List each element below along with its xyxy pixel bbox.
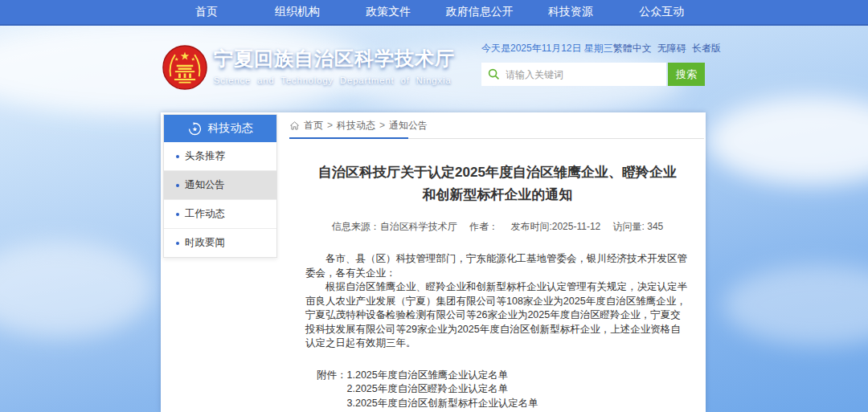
link-elder-version[interactable]: 长者版 [692, 42, 721, 55]
nav-item-organization[interactable]: 组织机构 [252, 0, 342, 24]
article-meta: 信息来源：自治区科学技术厅 作者： 发布时间:2025-11-12 访问量: 3… [305, 220, 690, 234]
breadcrumb-separator: > [327, 120, 333, 131]
search-input[interactable] [481, 63, 666, 86]
site-subtitle: Science and Technology Department of Nin… [214, 75, 455, 85]
bullet-dot-icon [176, 184, 179, 187]
quick-links: 繁體中文 无障碍 长者版 [613, 42, 721, 55]
paragraph: 各市、县（区）科技管理部门，宁东能源化工基地管委会，银川经济技术开发区管委会，各… [305, 252, 690, 280]
article-body: 各市、县（区）科技管理部门，宁东能源化工基地管委会，银川经济技术开发区管委会，各… [305, 252, 690, 351]
sidebar-item-headlines[interactable]: 头条推荐 [164, 142, 276, 171]
site-header: 宁夏回族自治区科学技术厅 Science and Technology Depa… [161, 26, 707, 112]
attachments-label: 附件： [317, 369, 347, 411]
article-title-line2: 和创新型标杆企业的通知 [305, 184, 690, 206]
nav-item-gov-info[interactable]: 政府信息公开 [434, 0, 525, 24]
bullet-dot-icon [176, 155, 179, 158]
meta-author: 作者： [469, 221, 498, 232]
breadcrumb-home[interactable]: 首页 [304, 119, 323, 133]
article-title-line1: 自治区科技厅关于认定2025年度自治区雏鹰企业、瞪羚企业 [305, 161, 690, 184]
link-traditional-chinese[interactable]: 繁體中文 [613, 42, 652, 55]
national-emblem-icon[interactable] [162, 45, 207, 90]
sidebar-item-notices[interactable]: 通知公告 [164, 171, 276, 200]
breadcrumb-notices[interactable]: 通知公告 [389, 119, 428, 133]
breadcrumb-sci-updates[interactable]: 科技动态 [337, 119, 375, 133]
current-date: 今天是2025年11月12日 星期三 [481, 42, 613, 55]
bullet-dot-icon [176, 213, 179, 216]
main-area: 首页 > 科技动态 > 通知公告 自治区科技厅关于认定2025年度自治区雏鹰企业… [289, 112, 704, 410]
search-icon [488, 68, 500, 80]
navbar-inner: 首页 组织机构 政策文件 政府信息公开 科技资源 公众互动 [161, 0, 707, 24]
search-button[interactable]: 搜索 [668, 63, 705, 86]
sidebar-header: 科技动态 [164, 115, 276, 142]
sidebar-item-label: 工作动态 [185, 207, 225, 221]
sidebar-item-label: 时政要闻 [185, 236, 225, 250]
cloud-decoration [707, 96, 868, 185]
link-accessibility[interactable]: 无障碍 [657, 42, 686, 55]
attachment-link-3[interactable]: 3.2025年度自治区创新型标杆企业认定名单 [347, 397, 538, 411]
top-navbar: 首页 组织机构 政策文件 政府信息公开 科技资源 公众互动 [0, 0, 868, 26]
sidebar-title: 科技动态 [208, 121, 253, 136]
attachments: 附件： 1.2025年度自治区雏鹰企业认定名单 2.2025年度自治区瞪羚企业认… [317, 369, 690, 411]
attachment-link-1[interactable]: 1.2025年度自治区雏鹰企业认定名单 [347, 369, 538, 383]
cloud-decoration [723, 265, 868, 345]
nav-item-home[interactable]: 首页 [161, 0, 252, 24]
bullet-dot-icon [176, 242, 179, 245]
site-title: 宁夏回族自治区科学技术厅 [214, 46, 455, 71]
nav-item-public-interaction[interactable]: 公众互动 [616, 0, 707, 24]
content-panel: 科技动态 头条推荐 通知公告 工作动态 时政要闻 [161, 112, 706, 412]
top-links-row: 今天是2025年11月12日 星期三 繁體中文 无障碍 长者版 [481, 42, 705, 55]
breadcrumb: 首页 > 科技动态 > 通知公告 [289, 112, 704, 139]
sidebar-item-label: 通知公告 [185, 178, 225, 192]
breadcrumb-separator: > [379, 120, 385, 131]
article: 自治区科技厅关于认定2025年度自治区雏鹰企业、瞪羚企业 和创新型标杆企业的通知… [289, 139, 704, 410]
meta-views: 访问量: 345 [613, 221, 664, 232]
site-brand: 宁夏回族自治区科学技术厅 Science and Technology Depa… [214, 46, 455, 85]
star-circle-icon [188, 122, 202, 136]
search-box [481, 63, 666, 86]
article-title: 自治区科技厅关于认定2025年度自治区雏鹰企业、瞪羚企业 和创新型标杆企业的通知 [305, 161, 690, 206]
home-icon [289, 120, 300, 131]
sidebar-item-label: 头条推荐 [185, 149, 225, 163]
search-bar: 搜索 [481, 63, 705, 86]
sidebar-item-work-updates[interactable]: 工作动态 [164, 200, 276, 229]
meta-source: 信息来源：自治区科学技术厅 [332, 221, 457, 232]
paragraph: 根据自治区雏鹰企业、瞪羚企业和创新型标杆企业认定管理有关规定，决定认定半亩良人农… [305, 280, 690, 351]
attachments-list: 1.2025年度自治区雏鹰企业认定名单 2.2025年度自治区瞪羚企业认定名单 … [347, 369, 538, 411]
nav-item-policy[interactable]: 政策文件 [343, 0, 434, 24]
page: 首页 组织机构 政策文件 政府信息公开 科技资源 公众互动 [0, 0, 868, 412]
sidebar-item-political-news[interactable]: 时政要闻 [164, 229, 276, 257]
nav-item-sci-resources[interactable]: 科技资源 [525, 0, 616, 24]
meta-publish-time: 发布时间:2025-11-12 [510, 221, 600, 232]
cloud-decoration [0, 241, 153, 337]
attachment-link-2[interactable]: 2.2025年度自治区瞪羚企业认定名单 [347, 382, 538, 397]
header-utilities: 今天是2025年11月12日 星期三 繁體中文 无障碍 长者版 搜索 [481, 42, 705, 86]
sidebar: 科技动态 头条推荐 通知公告 工作动态 时政要闻 [163, 114, 277, 258]
